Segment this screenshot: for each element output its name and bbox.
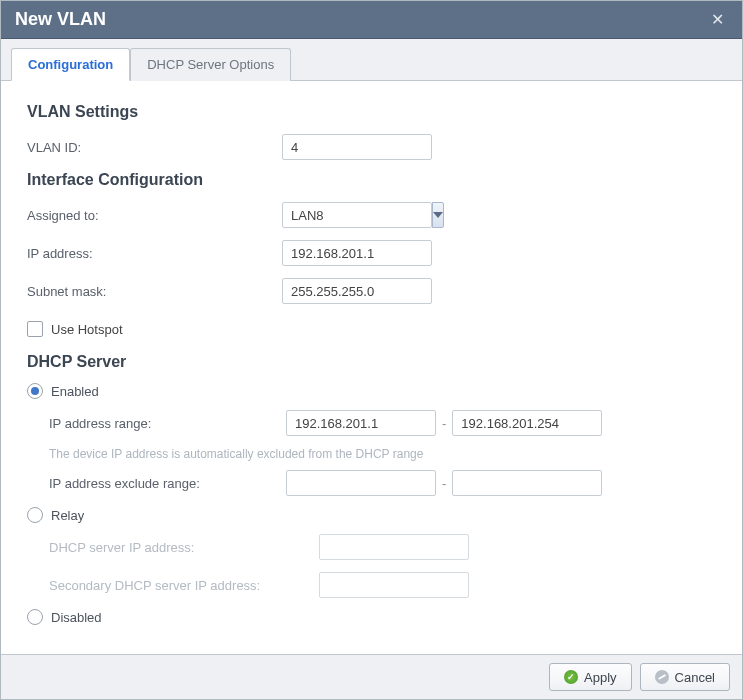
label-secondary-dhcp-ip: Secondary DHCP server IP address:: [49, 578, 319, 593]
checkmark-icon: [564, 670, 578, 684]
label-use-hotspot[interactable]: Use Hotspot: [51, 322, 123, 337]
titlebar: New VLAN ✕: [1, 1, 742, 39]
row-dhcp-enabled: Enabled: [27, 383, 716, 399]
dhcp-relay-radio[interactable]: [27, 507, 43, 523]
tab-dhcp-server-options[interactable]: DHCP Server Options: [130, 48, 291, 81]
row-vlan-id: VLAN ID:: [27, 133, 716, 161]
label-dhcp-server-ip: DHCP server IP address:: [49, 540, 319, 555]
assigned-to-select[interactable]: [282, 202, 432, 228]
cancel-icon: [655, 670, 669, 684]
label-dhcp-relay[interactable]: Relay: [51, 508, 84, 523]
label-dhcp-disabled[interactable]: Disabled: [51, 610, 102, 625]
assigned-to-input[interactable]: [282, 202, 432, 228]
tab-bar: Configuration DHCP Server Options: [1, 39, 742, 81]
secondary-dhcp-ip-input: [319, 572, 469, 598]
row-assigned-to: Assigned to:: [27, 201, 716, 229]
section-interface-config: Interface Configuration: [27, 171, 716, 189]
row-ip-range: IP address range: -: [27, 409, 716, 437]
apply-button[interactable]: Apply: [549, 663, 632, 691]
row-exclude-range: IP address exclude range: -: [27, 469, 716, 497]
dhcp-range-note: The device IP address is automatically e…: [27, 447, 716, 461]
dhcp-disabled-radio[interactable]: [27, 609, 43, 625]
use-hotspot-checkbox[interactable]: [27, 321, 43, 337]
exclude-range-end-input[interactable]: [452, 470, 602, 496]
dhcp-enabled-radio[interactable]: [27, 383, 43, 399]
range-separator: -: [442, 416, 446, 431]
row-relay-secondary: Secondary DHCP server IP address:: [27, 571, 716, 599]
row-ip-address: IP address:: [27, 239, 716, 267]
dialog-body: VLAN Settings VLAN ID: Interface Configu…: [1, 81, 742, 654]
new-vlan-dialog: New VLAN ✕ Configuration DHCP Server Opt…: [0, 0, 743, 700]
section-vlan-settings: VLAN Settings: [27, 103, 716, 121]
row-subnet-mask: Subnet mask:: [27, 277, 716, 305]
cancel-button[interactable]: Cancel: [640, 663, 730, 691]
label-ip-range: IP address range:: [49, 416, 286, 431]
subnet-mask-input[interactable]: [282, 278, 432, 304]
ip-range-start-input[interactable]: [286, 410, 436, 436]
label-ip-address: IP address:: [27, 246, 282, 261]
cancel-label: Cancel: [675, 670, 715, 685]
dialog-footer: Apply Cancel: [1, 654, 742, 699]
close-icon[interactable]: ✕: [707, 10, 728, 29]
label-vlan-id: VLAN ID:: [27, 140, 282, 155]
ip-range-end-input[interactable]: [452, 410, 602, 436]
dialog-title: New VLAN: [15, 9, 106, 30]
range-separator-2: -: [442, 476, 446, 491]
label-subnet-mask: Subnet mask:: [27, 284, 282, 299]
ip-address-input[interactable]: [282, 240, 432, 266]
row-use-hotspot: Use Hotspot: [27, 315, 716, 343]
row-relay-primary: DHCP server IP address:: [27, 533, 716, 561]
label-dhcp-enabled[interactable]: Enabled: [51, 384, 99, 399]
label-exclude-range: IP address exclude range:: [49, 476, 286, 491]
chevron-down-icon[interactable]: [432, 202, 444, 228]
apply-label: Apply: [584, 670, 617, 685]
section-dhcp-server: DHCP Server: [27, 353, 716, 371]
dhcp-server-ip-input: [319, 534, 469, 560]
tab-configuration[interactable]: Configuration: [11, 48, 130, 81]
label-assigned-to: Assigned to:: [27, 208, 282, 223]
exclude-range-start-input[interactable]: [286, 470, 436, 496]
row-dhcp-relay: Relay: [27, 507, 716, 523]
vlan-id-input[interactable]: [282, 134, 432, 160]
row-dhcp-disabled: Disabled: [27, 609, 716, 625]
